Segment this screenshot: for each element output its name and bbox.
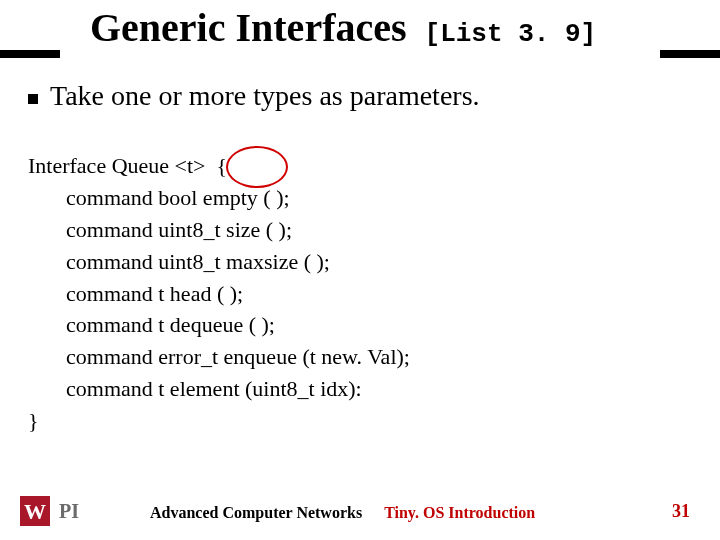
logo-pi: PI [59, 500, 79, 522]
slide-title: Generic Interfaces [List 3. 9] [90, 4, 596, 51]
code-line: command error_t enqueue (t new. Val); [66, 341, 410, 373]
code-line: } [28, 405, 410, 437]
footer-course: Advanced Computer Networks [150, 504, 362, 521]
bullet-row: Take one or more types as parameters. [28, 80, 698, 112]
square-bullet-icon [28, 94, 38, 104]
bullet-text: Take one or more types as parameters. [50, 80, 480, 111]
slide: Generic Interfaces [List 3. 9] Take one … [0, 0, 720, 540]
code-block: Interface Queue <t> { command bool empty… [28, 150, 410, 437]
code-line: command t dequeue ( ); [66, 309, 410, 341]
title-subtitle: [List 3. 9] [425, 19, 597, 49]
title-main: Generic Interfaces [90, 5, 407, 50]
page-number: 31 [672, 501, 690, 522]
code-line: command uint8_t maxsize ( ); [66, 246, 410, 278]
code-line: command bool empty ( ); [66, 182, 410, 214]
logo-w: W [24, 499, 46, 524]
footer: Advanced Computer Networks Tiny. OS Intr… [150, 504, 535, 522]
highlight-circle [226, 146, 288, 188]
code-line: command t head ( ); [66, 278, 410, 310]
wpi-logo: W PI [20, 496, 88, 526]
footer-topic: Tiny. OS Introduction [384, 504, 535, 521]
code-line: Interface Queue <t> { [28, 150, 410, 182]
code-line: command t element (uint8_t idx): [66, 373, 410, 405]
code-line: command uint8_t size ( ); [66, 214, 410, 246]
